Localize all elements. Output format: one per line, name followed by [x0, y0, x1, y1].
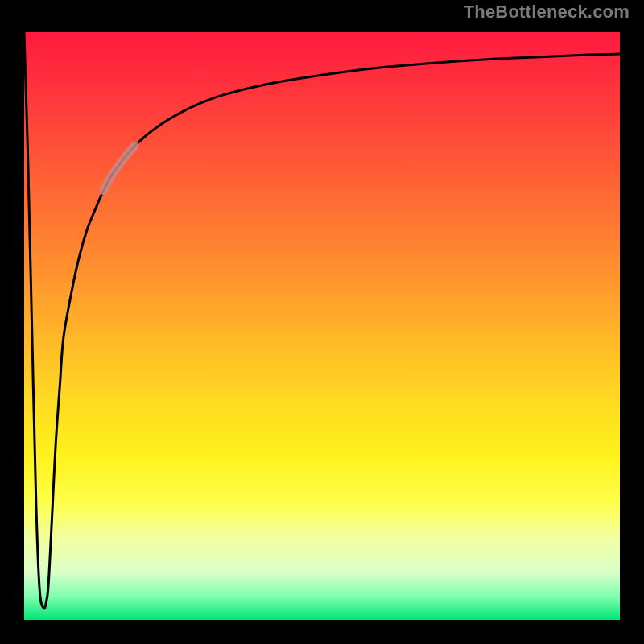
plot-area — [24, 32, 620, 620]
highlight-segment — [103, 146, 134, 191]
bottleneck-curve — [24, 32, 620, 609]
curve-svg — [24, 32, 620, 620]
chart-frame — [12, 20, 632, 632]
watermark-text: TheBottleneck.com — [464, 2, 630, 23]
